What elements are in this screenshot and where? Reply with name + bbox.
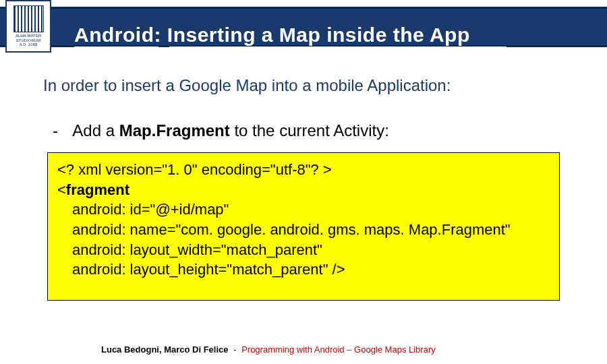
logo-crest-icon (13, 5, 44, 32)
title-underline-icon (74, 47, 158, 48)
bullet-pre: Add a (72, 121, 119, 140)
bullet-post: to the current Activity: (230, 121, 389, 140)
bullet-bold: Map.Fragment (119, 121, 230, 140)
slide-title: Android: Inserting a Map inside the App (74, 24, 470, 47)
logo-text-bottom: A.D. 1088 (20, 42, 38, 47)
footer-course-sub: – Google Maps Library (345, 344, 436, 355)
title-rest: Inserting a Map inside the App (161, 24, 470, 46)
code-line: <? xml version="1. 0" encoding="utf-8"? … (57, 160, 550, 180)
code-line: <fragment (57, 180, 550, 200)
slide-footer: Luca Bedogni, Marco Di Felice - Programm… (101, 344, 436, 355)
title-underline-icon (169, 47, 507, 48)
title-prefix: Android: (74, 24, 161, 46)
bullet-item: - Add a Map.Fragment to the current Acti… (53, 121, 389, 140)
code-line: android: name="com. google. android. gms… (57, 220, 550, 240)
code-block: <? xml version="1. 0" encoding="utf-8"? … (47, 152, 560, 301)
code-line: android: layout_width="match_parent" (57, 240, 550, 260)
footer-authors: Luca Bedogni, Marco Di Felice (101, 344, 229, 355)
code-line-part: < (57, 181, 66, 198)
code-line: android: id="@+id/map" (57, 200, 550, 220)
bullet-dash: - (53, 121, 69, 140)
footer-course-main: Programming with Android (241, 344, 344, 355)
code-line: android: layout_height="match_parent" /> (57, 260, 550, 280)
university-logo: ALMA MATER STUDIORUM A.D. 1088 (5, 0, 51, 53)
slide-header: Android: Inserting a Map inside the App (0, 7, 607, 47)
footer-separator: - (233, 344, 236, 355)
intro-text: In order to insert a Google Map into a m… (43, 76, 451, 95)
code-line-bold: fragment (66, 181, 129, 198)
logo-text-top: ALMA MATER STUDIORUM (7, 34, 50, 42)
